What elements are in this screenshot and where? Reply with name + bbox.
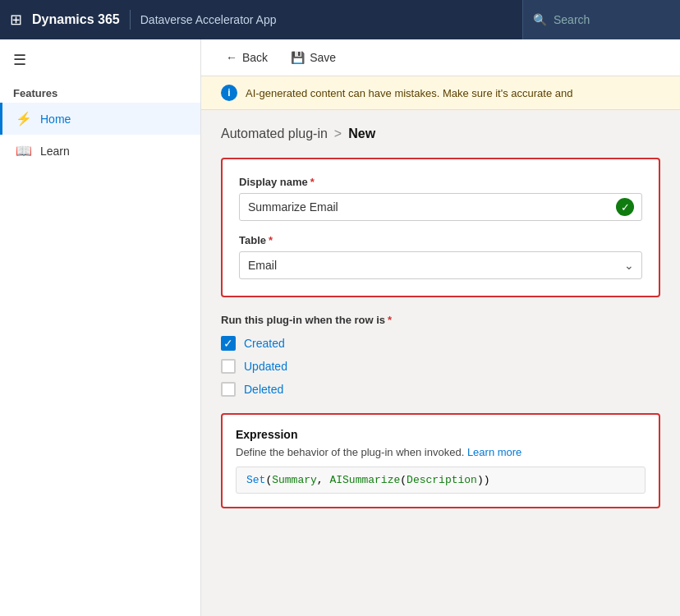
back-icon: ←: [226, 51, 237, 64]
save-button[interactable]: 💾 Save: [286, 48, 341, 67]
search-box[interactable]: 🔍: [522, 0, 680, 39]
display-name-input[interactable]: [239, 193, 642, 221]
expression-description: Define the behavior of the plug-in when …: [236, 446, 646, 458]
save-label: Save: [310, 51, 336, 64]
form-card: Display name* ✓ Table* Email ⌄: [221, 158, 660, 297]
table-select[interactable]: Email: [239, 251, 642, 279]
app-title: Dynamics 365: [32, 12, 120, 27]
back-label: Back: [242, 51, 268, 64]
sidebar-section-label: Features: [0, 80, 200, 103]
search-input[interactable]: [554, 13, 670, 26]
checkbox-deleted-box[interactable]: [221, 382, 236, 397]
checkbox-group: ✓ Created Updated Deleted: [221, 336, 660, 397]
display-name-label: Display name*: [239, 176, 642, 188]
run-label: Run this plug-in when the row is*: [221, 314, 660, 326]
main-content: ← Back 💾 Save i AI-generated content can…: [201, 39, 680, 616]
learn-icon: 📖: [16, 143, 32, 159]
checkbox-created[interactable]: ✓ Created: [221, 336, 660, 351]
checkbox-updated-box[interactable]: [221, 359, 236, 374]
code-inner-paren-close: ): [477, 474, 484, 486]
top-nav: ⊞ Dynamics 365 Dataverse Accelerator App…: [0, 0, 680, 39]
run-section: Run this plug-in when the row is* ✓ Crea…: [221, 314, 660, 397]
sidebar-item-home-label: Home: [40, 113, 71, 126]
code-param-summary: Summary: [272, 474, 317, 486]
expression-code-block[interactable]: Set(Summary, AISummarize(Description)): [236, 467, 646, 494]
breadcrumb-parent: Automated plug-in: [221, 126, 328, 141]
app-name: Dataverse Accelerator App: [140, 13, 277, 26]
checkbox-created-box[interactable]: ✓: [221, 336, 236, 351]
hamburger-button[interactable]: ☰: [0, 39, 200, 80]
grid-icon[interactable]: ⊞: [10, 11, 22, 29]
learn-more-link[interactable]: Learn more: [467, 446, 521, 458]
back-button[interactable]: ← Back: [221, 48, 273, 67]
home-icon: ⚡: [16, 111, 32, 126]
sidebar-item-home[interactable]: ⚡ Home: [0, 103, 200, 135]
code-comma: ,: [317, 474, 330, 486]
toolbar: ← Back 💾 Save: [201, 39, 680, 76]
table-label: Table*: [239, 234, 642, 246]
checkbox-deleted-label: Deleted: [244, 383, 283, 396]
page-body: Automated plug-in > New Display name* ✓ …: [201, 110, 680, 616]
breadcrumb-separator: >: [334, 126, 342, 141]
code-inner-paren-open: (: [400, 474, 407, 486]
code-param-description: Description: [407, 474, 477, 486]
checkbox-updated[interactable]: Updated: [221, 359, 660, 374]
main-layout: ☰ Features ⚡ Home 📖 Learn ← Back 💾 Save …: [0, 39, 680, 616]
code-function-aisummarize: AISummarize: [329, 474, 400, 486]
checkbox-deleted[interactable]: Deleted: [221, 382, 660, 397]
code-paren-close: ): [484, 474, 490, 486]
sidebar: ☰ Features ⚡ Home 📖 Learn: [0, 39, 201, 616]
expression-card: Expression Define the behavior of the pl…: [221, 413, 660, 508]
alert-banner: i AI-generated content can have mistakes…: [201, 76, 680, 110]
search-icon: 🔍: [533, 13, 547, 26]
input-valid-icon: ✓: [616, 198, 634, 216]
save-icon: 💾: [291, 51, 305, 64]
sidebar-item-learn-label: Learn: [40, 145, 70, 158]
checkbox-created-label: Created: [244, 337, 285, 350]
code-set-keyword: Set: [246, 474, 265, 486]
expression-title: Expression: [236, 428, 646, 441]
breadcrumb: Automated plug-in > New: [221, 126, 660, 141]
checkbox-updated-label: Updated: [244, 360, 287, 373]
nav-divider: [130, 10, 131, 30]
display-name-field-wrapper: ✓: [239, 193, 642, 221]
alert-icon: i: [221, 85, 237, 101]
table-select-wrapper: Email ⌄: [239, 251, 642, 279]
sidebar-item-learn[interactable]: 📖 Learn: [0, 135, 200, 167]
breadcrumb-current: New: [348, 126, 375, 141]
alert-text: AI-generated content can have mistakes. …: [246, 87, 572, 99]
